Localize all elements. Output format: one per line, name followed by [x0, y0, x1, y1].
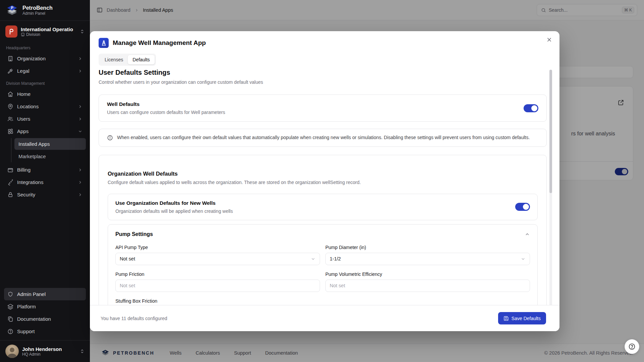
- petrobench-logo-icon: P: [5, 4, 19, 17]
- dialog-body: User Defaults Settings Control whether u…: [90, 67, 559, 305]
- home-icon: [7, 91, 13, 97]
- svg-text:P: P: [11, 6, 13, 10]
- sidebar-item-documentation[interactable]: Documentation: [4, 313, 86, 325]
- sidebar-item-label: Platform: [17, 304, 36, 309]
- org-logo: [5, 25, 17, 38]
- sidebar-item-apps[interactable]: Apps: [4, 125, 86, 137]
- close-icon[interactable]: [546, 37, 552, 43]
- chevron-right-icon: [78, 104, 83, 109]
- chevron-right-icon: [78, 69, 83, 73]
- sidebar-bottom-nav: Admin Panel Platform Documentation Suppo…: [0, 288, 90, 340]
- sidebar-item-users[interactable]: Users: [4, 113, 86, 125]
- sidebar-nav: Headquarters Organization Legal Division…: [0, 41, 90, 201]
- well-defaults-subtitle: Users can configure custom defaults for …: [107, 110, 225, 115]
- tab-licenses[interactable]: Licenses: [100, 55, 128, 64]
- sidebar-item-label: Organization: [17, 56, 46, 61]
- map-pin-icon: [7, 104, 13, 110]
- user-menu[interactable]: John Henderson HQ Admin: [0, 340, 90, 362]
- sidebar-item-label: Integrations: [17, 179, 43, 185]
- select-value: 1-1/2: [330, 256, 341, 261]
- field-label: API Pump Type: [115, 245, 320, 250]
- use-org-defaults-title: Use Organization Defaults for New Wells: [115, 200, 233, 206]
- sidebar-item-platform[interactable]: Platform: [4, 300, 86, 313]
- defaults-count-status: You have 11 defaults configured: [101, 316, 167, 321]
- pump-volumetric-efficiency-input[interactable]: [325, 280, 530, 292]
- screen: P PetroBench Admin Panel International O…: [0, 0, 644, 362]
- wallet-icon: [7, 167, 13, 173]
- help-circle-icon: [628, 343, 636, 350]
- section-subheading: Control whether users in your organizati…: [99, 79, 547, 85]
- info-banner: When enabled, users can configure their …: [99, 129, 547, 147]
- help-floating-button[interactable]: [625, 339, 639, 354]
- avatar: [5, 345, 19, 358]
- sidebar-item-security[interactable]: Security: [4, 188, 86, 201]
- org-name: International Operatio: [21, 26, 73, 32]
- layers-icon: [7, 304, 13, 310]
- pump-diameter-select[interactable]: 1-1/2: [325, 253, 530, 265]
- plug-icon: [7, 179, 13, 185]
- sidebar-item-label: Documentation: [17, 316, 51, 322]
- chevron-right-icon: [78, 56, 83, 61]
- dialog-tabs: Licenses Defaults: [99, 54, 156, 66]
- use-org-defaults-toggle[interactable]: [515, 203, 530, 211]
- sidebar-item-label: Marketplace: [18, 154, 46, 159]
- info-text: When enabled, users can configure their …: [117, 134, 530, 141]
- user-name: John Henderson: [22, 346, 62, 352]
- brand-subtitle: Admin Panel: [22, 11, 53, 16]
- collapse-chevron-up-icon[interactable]: [525, 232, 530, 237]
- pump-settings-title: Pump Settings: [115, 231, 153, 237]
- sidebar-item-support[interactable]: Support: [4, 325, 86, 338]
- save-defaults-label: Save Defaults: [512, 316, 541, 321]
- sidebar: P PetroBench Admin Panel International O…: [0, 0, 90, 362]
- section-label-division-management: Division Management: [4, 77, 86, 88]
- brand-name: PetroBench: [22, 5, 53, 11]
- sidebar-item-label: Apps: [17, 128, 29, 134]
- sidebar-item-label: Home: [17, 91, 31, 97]
- api-pump-type-select[interactable]: Not set: [115, 253, 320, 265]
- pump-friction-input[interactable]: [115, 280, 320, 292]
- lock-icon: [7, 192, 13, 198]
- building-small-icon: [21, 33, 25, 37]
- field-label: Pump Diameter (in): [325, 245, 530, 250]
- sidebar-item-label: Locations: [17, 104, 39, 109]
- sidebar-item-marketplace[interactable]: Marketplace: [14, 150, 86, 162]
- save-defaults-button[interactable]: Save Defaults: [498, 312, 546, 324]
- help-circle-icon: [7, 328, 13, 335]
- tab-defaults[interactable]: Defaults: [128, 55, 154, 64]
- sidebar-item-label: Admin Panel: [17, 291, 46, 297]
- sidebar-item-installed-apps[interactable]: Installed Apps: [14, 138, 86, 150]
- gavel-icon: [7, 68, 13, 74]
- chevrons-up-down-icon: [80, 349, 85, 354]
- field-label: Pump Volumetric Efficiency: [325, 272, 530, 277]
- apps-submenu: Installed Apps Marketplace: [11, 138, 86, 162]
- sidebar-item-legal[interactable]: Legal: [4, 65, 86, 77]
- chevron-down-icon: [78, 129, 83, 134]
- manage-app-dialog: Manage Well Management App Licenses Defa…: [90, 31, 559, 331]
- sidebar-item-billing[interactable]: Billing: [4, 164, 86, 176]
- pump-settings-grid: API Pump Type Not set Pump Diameter (in)…: [115, 245, 530, 305]
- sidebar-item-integrations[interactable]: Integrations: [4, 176, 86, 188]
- sidebar-item-admin-panel[interactable]: Admin Panel: [4, 288, 86, 300]
- org-defaults-title: Organization Well Defaults: [108, 171, 538, 177]
- field-label: Stuffing Box Friction: [115, 298, 320, 304]
- chevron-right-icon: [78, 180, 83, 185]
- chevron-down-icon: [311, 256, 316, 261]
- copy-docs-icon: [7, 316, 13, 322]
- well-defaults-card: Well Defaults Users can configure custom…: [99, 95, 547, 122]
- dialog-title: Manage Well Management App: [113, 39, 206, 47]
- use-org-defaults-subtitle: Organization defaults will be applied wh…: [115, 208, 233, 214]
- sidebar-item-label: Legal: [17, 68, 30, 74]
- sidebar-item-label: Support: [17, 328, 35, 334]
- chevron-right-icon: [78, 117, 83, 121]
- org-switcher[interactable]: International Operatio Division: [0, 21, 90, 41]
- sidebar-item-organization[interactable]: Organization: [4, 52, 86, 65]
- apps-grid-icon: [7, 128, 13, 134]
- well-defaults-toggle[interactable]: [524, 104, 538, 112]
- users-icon: [7, 116, 13, 122]
- sidebar-item-label: Security: [17, 192, 35, 197]
- scrollbar-thumb[interactable]: [549, 70, 552, 193]
- sidebar-item-home[interactable]: Home: [4, 88, 86, 100]
- sidebar-item-locations[interactable]: Locations: [4, 100, 86, 113]
- section-label-headquarters: Headquarters: [4, 42, 86, 52]
- sidebar-item-label: Billing: [17, 167, 31, 173]
